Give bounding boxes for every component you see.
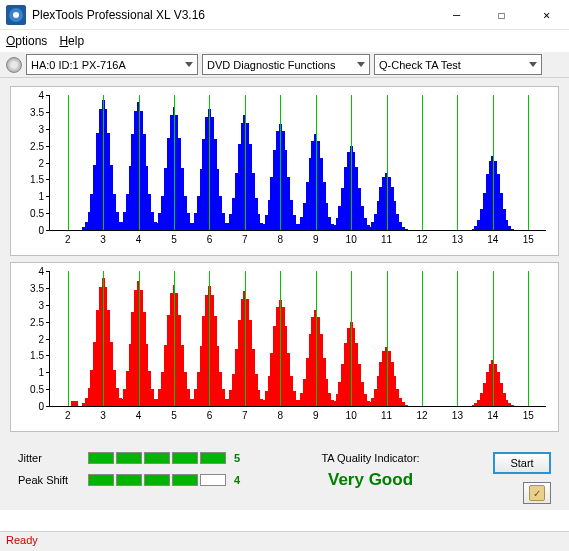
- marker-line: [528, 95, 529, 230]
- peakshift-value: 4: [234, 474, 248, 486]
- x-tick-label: 10: [346, 410, 357, 421]
- titlebar: PlexTools Professional XL V3.16 — ☐ ✕: [0, 0, 569, 30]
- y-tick-label: 1.5: [30, 174, 44, 185]
- marker-line: [209, 95, 210, 230]
- y-tick-label: 1: [38, 191, 44, 202]
- meter-box: [200, 474, 226, 486]
- jitter-label: Jitter: [18, 452, 80, 464]
- marker-line: [493, 95, 494, 230]
- x-tick-label: 15: [523, 410, 534, 421]
- device-dropdown[interactable]: HA:0 ID:1 PX-716A: [26, 54, 198, 75]
- x-tick-label: 12: [416, 234, 427, 245]
- marker-line: [422, 271, 423, 406]
- marker-line: [103, 271, 104, 406]
- meter-box: [172, 474, 198, 486]
- quality-indicator: TA Quality Indicator: Very Good: [248, 452, 493, 490]
- marker-line: [280, 271, 281, 406]
- app-icon: [6, 5, 26, 25]
- x-tick-label: 8: [278, 410, 284, 421]
- meter-box: [144, 474, 170, 486]
- y-tick-label: 2: [38, 333, 44, 344]
- x-tick-label: 6: [207, 410, 213, 421]
- x-tick-label: 14: [487, 234, 498, 245]
- x-tick-label: 5: [171, 234, 177, 245]
- options-button[interactable]: [523, 482, 551, 504]
- chart-bottom: 00.511.522.533.5423456789101112131415: [10, 262, 559, 432]
- marker-line: [528, 271, 529, 406]
- x-tick-label: 13: [452, 410, 463, 421]
- x-tick-label: 4: [136, 410, 142, 421]
- marker-line: [139, 271, 140, 406]
- peakshift-meter: Peak Shift 4: [18, 474, 248, 486]
- close-button[interactable]: ✕: [524, 0, 569, 30]
- chart-top: 00.511.522.533.5423456789101112131415: [10, 86, 559, 256]
- meter-box: [88, 474, 114, 486]
- marker-line: [68, 271, 69, 406]
- x-tick-label: 5: [171, 410, 177, 421]
- y-tick-label: 0: [38, 401, 44, 412]
- toolbar: HA:0 ID:1 PX-716A DVD Diagnostic Functio…: [0, 52, 569, 78]
- y-tick-label: 1: [38, 367, 44, 378]
- jitter-value: 5: [234, 452, 248, 464]
- jitter-meter: Jitter 5: [18, 452, 248, 464]
- x-tick-label: 11: [381, 410, 392, 421]
- x-tick-label: 3: [100, 234, 106, 245]
- marker-line: [351, 271, 352, 406]
- x-tick-label: 13: [452, 234, 463, 245]
- y-tick-label: 3: [38, 299, 44, 310]
- x-tick-label: 6: [207, 234, 213, 245]
- x-tick-label: 7: [242, 234, 248, 245]
- marker-line: [422, 95, 423, 230]
- start-button[interactable]: Start: [493, 452, 551, 474]
- marker-line: [174, 95, 175, 230]
- menu-help[interactable]: Help: [59, 34, 84, 48]
- marker-line: [174, 271, 175, 406]
- marker-line: [209, 271, 210, 406]
- y-tick-label: 2.5: [30, 140, 44, 151]
- marker-line: [387, 95, 388, 230]
- x-tick-label: 9: [313, 234, 319, 245]
- marker-line: [316, 271, 317, 406]
- menu-options[interactable]: Options: [6, 34, 47, 48]
- x-tick-label: 4: [136, 234, 142, 245]
- x-tick-label: 14: [487, 410, 498, 421]
- x-tick-label: 12: [416, 410, 427, 421]
- menubar: Options Help: [0, 30, 569, 52]
- test-dropdown[interactable]: Q-Check TA Test: [374, 54, 542, 75]
- meter-box: [172, 452, 198, 464]
- meter-box: [116, 474, 142, 486]
- marker-line: [457, 95, 458, 230]
- x-tick-label: 2: [65, 234, 71, 245]
- drive-icon: [6, 57, 22, 73]
- quality-label: TA Quality Indicator:: [248, 452, 493, 464]
- y-tick-label: 1.5: [30, 350, 44, 361]
- y-tick-label: 0.5: [30, 208, 44, 219]
- peakshift-label: Peak Shift: [18, 474, 80, 486]
- marker-line: [457, 271, 458, 406]
- x-tick-label: 3: [100, 410, 106, 421]
- marker-line: [245, 95, 246, 230]
- y-tick-label: 4: [38, 90, 44, 101]
- y-tick-label: 3.5: [30, 106, 44, 117]
- marker-line: [103, 95, 104, 230]
- maximize-button[interactable]: ☐: [479, 0, 524, 30]
- category-dropdown[interactable]: DVD Diagnostic Functions: [202, 54, 370, 75]
- meter-box: [144, 452, 170, 464]
- x-tick-label: 11: [381, 234, 392, 245]
- x-tick-label: 2: [65, 410, 71, 421]
- options-icon: [529, 485, 545, 501]
- marker-line: [351, 95, 352, 230]
- meter-box: [200, 452, 226, 464]
- y-tick-label: 3.5: [30, 282, 44, 293]
- marker-line: [493, 271, 494, 406]
- minimize-button[interactable]: —: [434, 0, 479, 30]
- y-tick-label: 4: [38, 266, 44, 277]
- marker-line: [139, 95, 140, 230]
- y-tick-label: 0: [38, 225, 44, 236]
- y-tick-label: 2.5: [30, 316, 44, 327]
- window-title: PlexTools Professional XL V3.16: [32, 8, 434, 22]
- meter-box: [116, 452, 142, 464]
- x-tick-label: 8: [278, 234, 284, 245]
- status-text: Ready: [6, 534, 38, 546]
- x-tick-label: 15: [523, 234, 534, 245]
